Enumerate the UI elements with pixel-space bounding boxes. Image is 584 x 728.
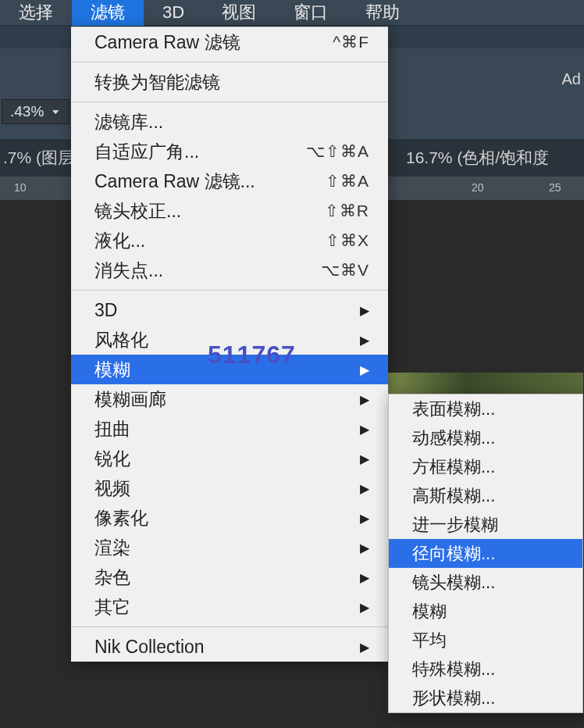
menubar-item-window[interactable]: 窗口	[275, 0, 347, 26]
menu-item-label: 形状模糊...	[412, 687, 495, 710]
menu-item-label: 模糊	[94, 358, 130, 382]
menu-item-label: 自适应广角...	[94, 140, 199, 164]
menu-item-label: 滤镜库...	[94, 110, 163, 134]
document-tab-left[interactable]: .7% (图层	[0, 147, 74, 169]
filter-menu: Camera Raw 滤镜 ^⌘F 转换为智能滤镜 滤镜库... 自适应广角..…	[71, 27, 388, 662]
menu-item-blur-gallery[interactable]: 模糊画廊 ▶	[71, 384, 388, 414]
menu-item-label: 特殊模糊...	[412, 658, 495, 681]
submenu-arrow-icon: ▶	[360, 570, 369, 585]
submenu-item-blur[interactable]: 模糊	[389, 597, 582, 626]
submenu-arrow-icon: ▶	[360, 511, 369, 526]
menubar-item-3d[interactable]: 3D	[144, 0, 203, 26]
menu-item-3d[interactable]: 3D ▶	[71, 295, 388, 325]
menu-item-sharpen[interactable]: 锐化 ▶	[71, 444, 388, 473]
submenu-arrow-icon: ▶	[360, 600, 369, 615]
submenu-arrow-icon: ▶	[360, 362, 369, 377]
menu-item-shortcut: ^⌘F	[333, 33, 369, 52]
submenu-item-lens-blur[interactable]: 镜头模糊...	[389, 568, 582, 597]
menu-item-video[interactable]: 视频 ▶	[71, 473, 388, 503]
menu-item-label: Nik Collection	[94, 637, 205, 658]
submenu-arrow-icon: ▶	[360, 422, 369, 437]
menu-separator	[71, 62, 388, 62]
zoom-value: .43%	[10, 103, 44, 120]
menu-item-adaptive-wide-angle[interactable]: 自适应广角... ⌥⇧⌘A	[71, 137, 388, 166]
submenu-arrow-icon: ▶	[360, 333, 369, 348]
menu-item-vanishing-point[interactable]: 消失点... ⌥⌘V	[71, 255, 388, 285]
menu-item-label: 转换为智能滤镜	[94, 70, 220, 95]
menu-item-other[interactable]: 其它 ▶	[71, 592, 388, 622]
menu-item-label: 锐化	[94, 447, 130, 471]
menu-item-noise[interactable]: 杂色 ▶	[71, 562, 388, 592]
menu-item-distort[interactable]: 扭曲 ▶	[71, 414, 388, 444]
menu-item-label: 3D	[94, 300, 117, 321]
submenu-item-surface-blur[interactable]: 表面模糊...	[389, 394, 582, 423]
menu-item-label: 方框模糊...	[412, 455, 495, 479]
document-tab-right[interactable]: 16.7% (色相/饱和度	[406, 147, 549, 169]
submenu-arrow-icon: ▶	[360, 392, 369, 407]
menu-item-camera-raw[interactable]: Camera Raw 滤镜 ^⌘F	[71, 27, 388, 57]
menu-separator	[71, 102, 388, 102]
menu-item-label: 消失点...	[94, 259, 163, 283]
menu-item-label: 高斯模糊...	[412, 484, 495, 508]
menu-separator	[71, 626, 388, 627]
menu-item-label: 镜头校正...	[94, 199, 181, 223]
menu-item-label: 像素化	[94, 506, 148, 530]
submenu-arrow-icon: ▶	[360, 303, 369, 318]
menu-item-lens-correction[interactable]: 镜头校正... ⇧⌘R	[71, 196, 388, 226]
submenu-item-radial-blur[interactable]: 径向模糊...	[389, 539, 582, 568]
menu-item-render[interactable]: 渲染 ▶	[71, 533, 388, 562]
menu-item-pixelate[interactable]: 像素化 ▶	[71, 503, 388, 533]
menu-item-convert-smart[interactable]: 转换为智能滤镜	[71, 67, 388, 97]
menu-item-shortcut: ⌥⇧⌘A	[306, 142, 369, 161]
menubar-item-select[interactable]: 选择	[0, 0, 72, 26]
menu-item-shortcut: ⇧⌘A	[326, 172, 369, 191]
menu-item-shortcut: ⌥⌘V	[321, 261, 369, 280]
menu-item-stylize[interactable]: 风格化 ▶	[71, 325, 388, 355]
menu-item-label: 表面模糊...	[412, 398, 495, 421]
ruler-tick: 20	[472, 181, 484, 194]
menu-item-label: 其它	[94, 595, 130, 619]
menu-item-label: 扭曲	[94, 417, 130, 441]
image-thumbnail-edge	[388, 373, 583, 394]
submenu-arrow-icon: ▶	[360, 481, 369, 496]
menu-item-label: Camera Raw 滤镜...	[94, 170, 255, 194]
zoom-row: .43% ▼	[0, 97, 69, 127]
menu-separator	[71, 290, 388, 291]
menu-item-blur[interactable]: 模糊 ▶	[71, 355, 388, 384]
zoom-dropdown[interactable]: .43% ▼	[2, 99, 69, 124]
submenu-item-blur-more[interactable]: 进一步模糊	[389, 510, 582, 539]
submenu-item-shape-blur[interactable]: 形状模糊...	[389, 683, 582, 712]
chevron-down-icon: ▼	[50, 108, 61, 116]
menubar-item-view[interactable]: 视图	[203, 0, 275, 26]
submenu-item-gaussian-blur[interactable]: 高斯模糊...	[389, 481, 582, 510]
menu-item-label: 渲染	[94, 536, 130, 560]
submenu-arrow-icon: ▶	[360, 541, 369, 555]
menu-item-label: 镜头模糊...	[412, 571, 495, 594]
menu-item-liquify[interactable]: 液化... ⇧⌘X	[71, 226, 388, 255]
menu-item-label: 模糊画廊	[94, 387, 166, 412]
menu-item-label: 动感模糊...	[412, 426, 495, 450]
menubar: 选择 滤镜 3D 视图 窗口 帮助	[0, 0, 584, 27]
submenu-item-average[interactable]: 平均	[389, 626, 582, 655]
menu-item-label: 平均	[412, 629, 447, 652]
menu-item-label: Camera Raw 滤镜	[94, 30, 240, 55]
submenu-arrow-icon: ▶	[360, 640, 369, 655]
ruler-tick: 10	[14, 181, 27, 194]
menubar-item-filter[interactable]: 滤镜	[72, 0, 144, 26]
menu-item-nik-collection[interactable]: Nik Collection ▶	[71, 632, 388, 662]
menu-item-camera-raw-filter[interactable]: Camera Raw 滤镜... ⇧⌘A	[71, 166, 388, 196]
submenu-arrow-icon: ▶	[360, 451, 369, 466]
menu-item-label: 杂色	[94, 566, 130, 590]
menubar-item-help[interactable]: 帮助	[347, 0, 418, 26]
submenu-item-box-blur[interactable]: 方框模糊...	[389, 452, 582, 481]
menu-item-label: 径向模糊...	[412, 542, 495, 566]
menu-item-label: 风格化	[94, 328, 148, 352]
submenu-item-motion-blur[interactable]: 动感模糊...	[389, 423, 582, 452]
menu-item-label: 液化...	[94, 229, 145, 253]
menu-item-shortcut: ⇧⌘X	[326, 231, 369, 250]
menu-item-label: 模糊	[412, 600, 447, 623]
menu-item-filter-gallery[interactable]: 滤镜库...	[71, 107, 388, 137]
menu-item-label: 进一步模糊	[412, 513, 498, 537]
submenu-item-smart-blur[interactable]: 特殊模糊...	[389, 655, 582, 683]
blur-submenu: 表面模糊... 动感模糊... 方框模糊... 高斯模糊... 进一步模糊 径向…	[388, 394, 583, 713]
